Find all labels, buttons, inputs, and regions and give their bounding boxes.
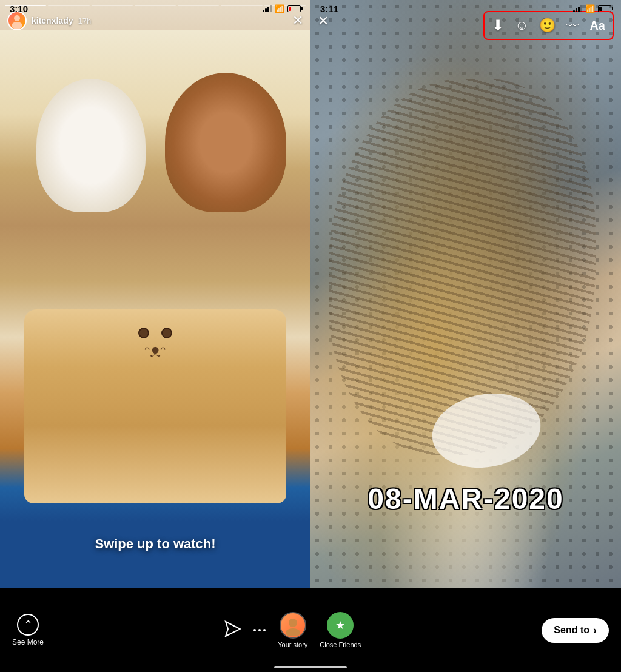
bottom-center-group: Your story ★ Close Friends <box>224 612 361 648</box>
time-right: 3:11 <box>320 4 338 14</box>
puppy-image: ᵔᴥᵔ <box>0 30 310 588</box>
close-friends-icon: ★ <box>327 612 354 639</box>
puppy-brown <box>165 73 286 212</box>
bread-bag: ᵔᴥᵔ <box>24 309 286 503</box>
face-effect-icon[interactable]: ☺ <box>515 18 528 33</box>
close-friends-action[interactable]: ★ Close Friends <box>320 612 361 648</box>
status-bar-right: 3:11 📶 <box>310 0 621 17</box>
send-to-label: Send to <box>554 625 589 636</box>
status-bar-left: 3:10 📶 <box>0 0 310 17</box>
username: kitenxlady <box>32 16 73 25</box>
swipe-up-text: Swipe up to watch! <box>0 536 310 552</box>
star-icon: ★ <box>335 619 345 632</box>
wifi-icon-right: 📶 <box>585 4 595 13</box>
bottom-bar: ⌃ See More Your story <box>0 588 621 672</box>
text-tool-button[interactable]: Aa <box>589 19 605 33</box>
cat-stripes <box>329 79 596 455</box>
sticker-icon[interactable]: 🙂 <box>539 18 556 33</box>
your-story-label: Your story <box>278 641 307 648</box>
download-icon[interactable]: ⬇ <box>492 17 504 34</box>
dot-3 <box>263 629 266 631</box>
dot-1 <box>253 629 256 631</box>
puppy-white <box>36 79 146 212</box>
stories-container: ᵔᴥᵔ kitenxlady <box>0 0 621 588</box>
svg-marker-2 <box>226 622 240 636</box>
your-story-action[interactable]: Your story <box>278 612 307 648</box>
battery-icon-right <box>598 5 611 12</box>
dot-2 <box>258 629 261 631</box>
close-friends-label: Close Friends <box>320 641 361 648</box>
svg-point-4 <box>286 628 300 636</box>
date-text: 08-MAR-2020 <box>310 482 621 516</box>
svg-point-1 <box>12 22 22 29</box>
send-button[interactable] <box>224 620 241 640</box>
send-to-arrow-icon: › <box>593 624 597 637</box>
send-to-button[interactable]: Send to › <box>542 618 609 643</box>
dots-menu[interactable] <box>253 629 266 631</box>
story-right[interactable]: ✕ ⬇ ☺ 🙂 〰 Aa 08-MAR-2020 <box>310 0 621 588</box>
battery-icon-left <box>287 5 301 12</box>
your-story-avatar <box>280 612 306 639</box>
wifi-icon-left: 📶 <box>275 4 284 13</box>
svg-point-3 <box>289 619 297 627</box>
draw-icon[interactable]: 〰 <box>566 19 579 33</box>
see-more-label: See More <box>12 638 44 647</box>
home-indicator <box>274 666 347 668</box>
time-left: 3:10 <box>10 4 28 14</box>
see-more-icon: ⌃ <box>17 614 39 636</box>
status-icons-left: 📶 <box>263 4 301 13</box>
status-icons-right: 📶 <box>573 4 611 13</box>
story-left[interactable]: ᵔᴥᵔ kitenxlady <box>0 0 310 588</box>
story-time: 17h <box>78 16 91 25</box>
signal-icon-right <box>573 5 582 12</box>
signal-icon-left <box>263 5 272 12</box>
see-more-action[interactable]: ⌃ See More <box>12 614 44 647</box>
